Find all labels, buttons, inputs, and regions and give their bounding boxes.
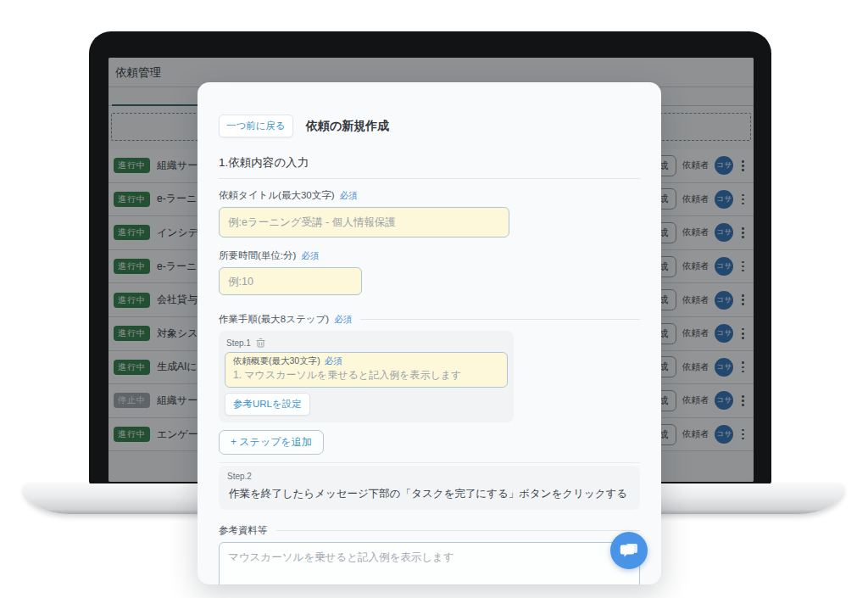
step2-tag: Step.2: [226, 472, 630, 487]
duration-input[interactable]: [219, 267, 362, 295]
reference-materials-textarea[interactable]: [219, 542, 640, 584]
step1-summary-input[interactable]: 依頼概要(最大30文字) 必須 1. マウスカーソルを乗せると記入例を表示します: [225, 352, 508, 388]
step1-tag: Step.1: [226, 338, 251, 348]
modal-title: 依頼の新規作成: [306, 119, 389, 134]
section-title: 1.依頼内容の入力: [219, 155, 640, 170]
request-title-input[interactable]: [219, 207, 509, 238]
title-field-label: 依頼タイトル(最大30文字): [219, 189, 335, 202]
section-divider: [219, 178, 640, 179]
page: 依頼管理 進行中 組織サーベイ回 新規作成 依頼者 コサ: [0, 0, 868, 598]
required-badge: 必須: [325, 355, 342, 367]
steps-divider: [219, 462, 640, 463]
new-request-modal: 一つ前に戻る 依頼の新規作成 1.依頼内容の入力 依頼タイトル(最大30文字) …: [198, 82, 661, 584]
required-badge: 必須: [334, 314, 352, 326]
minutes-field-label: 所要時間(単位:分): [219, 249, 296, 262]
chat-bubble-icon: [620, 542, 638, 559]
reference-field-label: 参考資料等: [219, 524, 268, 537]
step1-card: Step.1 依頼概要(最大30文字) 必須 1. マウスカーソルを乗: [219, 331, 514, 422]
summary-label: 依頼概要(最大30文字): [233, 355, 320, 367]
required-badge: 必須: [301, 250, 319, 262]
back-button[interactable]: 一つ前に戻る: [219, 115, 293, 137]
step2-description: 作業を終了したらメッセージ下部の「タスクを完了にする」ボタンをクリックする: [226, 487, 630, 501]
chat-launcher-button[interactable]: [610, 532, 648, 569]
required-badge: 必須: [340, 190, 358, 202]
set-reference-url-button[interactable]: 参考URLを設定: [225, 393, 310, 416]
trash-icon[interactable]: [256, 338, 265, 348]
summary-placeholder: 1. マウスカーソルを乗せると記入例を表示します: [233, 368, 499, 383]
steps-field-label: 作業手順(最大8ステップ): [219, 313, 329, 326]
add-step-button[interactable]: + ステップを追加: [219, 430, 324, 455]
step2-card: Step.2 作業を終了したらメッセージ下部の「タスクを完了にする」ボタンをクリ…: [219, 466, 640, 510]
